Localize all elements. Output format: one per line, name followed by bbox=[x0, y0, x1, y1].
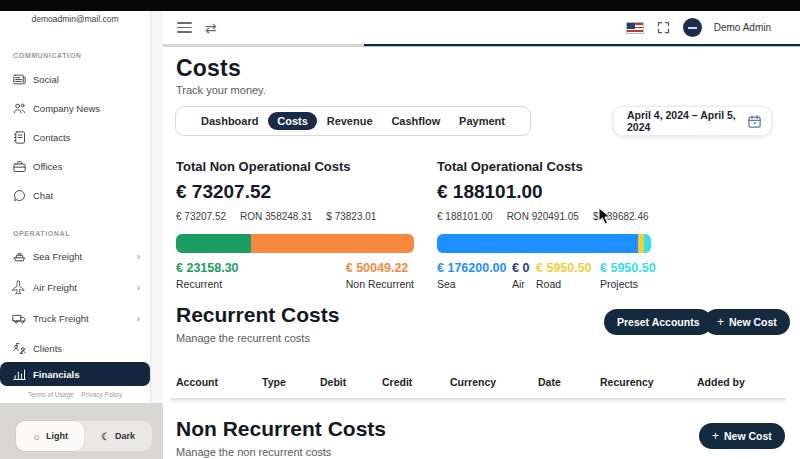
segment-label: Sea bbox=[437, 278, 512, 290]
sidebar-item-financials[interactable]: Financials bbox=[0, 362, 150, 386]
people-group-icon bbox=[12, 101, 27, 116]
card-title: Total Non Operational Costs bbox=[176, 159, 414, 174]
segment-label: Air bbox=[512, 278, 536, 290]
segment-value: € 50049.22 bbox=[346, 261, 414, 275]
ship-icon bbox=[12, 249, 27, 264]
sidebar-item-air-freight[interactable]: Air Freight › bbox=[0, 275, 150, 299]
theme-light-button[interactable]: ☼ Light bbox=[16, 421, 84, 451]
tab-cashflow[interactable]: Cashflow bbox=[382, 112, 449, 130]
segment-value: € 176200.00 bbox=[437, 261, 512, 275]
preset-accounts-button[interactable]: Preset Accounts bbox=[604, 309, 712, 335]
cost-split-bar bbox=[437, 234, 651, 253]
conversion-usd: $ 73823.01 bbox=[326, 211, 376, 222]
chevron-right-icon: › bbox=[137, 251, 140, 262]
truck-icon bbox=[12, 311, 27, 326]
tab-bar: Dashboard Costs Revenue Cashflow Payment bbox=[175, 106, 531, 136]
cost-split-bar bbox=[176, 234, 414, 253]
column-header-date: Date bbox=[538, 376, 600, 388]
new-cost-button-non-recurrent[interactable]: + New Cost bbox=[699, 423, 785, 449]
card-conversions: € 188101.00 RON 920491.05 $ 189682.46 bbox=[437, 211, 651, 222]
segment-air: € 0 Air bbox=[512, 261, 536, 290]
chevron-right-icon: › bbox=[137, 282, 140, 293]
non-recurrent-costs-subtitle: Manage the non recurrent costs bbox=[176, 446, 331, 458]
segment-value: € 5950.50 bbox=[536, 261, 600, 275]
date-range-value: April 4, 2024 – April 5, 2024 bbox=[627, 109, 747, 133]
section-divider bbox=[170, 398, 786, 400]
us-flag-icon[interactable] bbox=[626, 22, 644, 34]
column-header-account: Account bbox=[176, 376, 262, 388]
tab-payment[interactable]: Payment bbox=[450, 112, 514, 130]
preset-accounts-label: Preset Accounts bbox=[617, 316, 699, 328]
sidebar-item-contacts[interactable]: Contacts bbox=[0, 125, 150, 149]
summary-card-non-operational: Total Non Operational Costs € 73207.52 €… bbox=[176, 159, 414, 290]
column-header-credit: Credit bbox=[382, 376, 450, 388]
non-recurrent-costs-title: Non Recurrent Costs bbox=[176, 417, 386, 441]
app-screen: Demo Admin demoadmin@mail.com COMMUNICAT… bbox=[0, 0, 800, 459]
date-range-picker[interactable]: April 4, 2024 – April 5, 2024 bbox=[613, 106, 772, 136]
sun-icon: ☼ bbox=[32, 431, 41, 442]
terms-link[interactable]: Terms of Usage bbox=[28, 391, 74, 398]
progress-line-navy bbox=[364, 44, 800, 47]
theme-dark-button[interactable]: ☾ Dark bbox=[84, 421, 152, 451]
summary-card-operational: Total Operational Costs € 188101.00 € 18… bbox=[437, 159, 651, 290]
plus-icon: + bbox=[717, 315, 724, 329]
hamburger-menu-icon[interactable] bbox=[177, 22, 192, 33]
sidebar-item-label: Contacts bbox=[33, 132, 71, 143]
moon-icon: ☾ bbox=[101, 431, 110, 442]
segment-label: Recurrent bbox=[176, 278, 239, 290]
segment-value: € 23158.30 bbox=[176, 261, 239, 275]
segment-value: € 5950.50 bbox=[600, 261, 656, 275]
bar-segment-projects bbox=[644, 234, 651, 253]
new-cost-label: New Cost bbox=[724, 430, 772, 442]
swap-arrows-icon[interactable]: ⇄ bbox=[205, 21, 217, 35]
column-header-debit: Debit bbox=[320, 376, 382, 388]
sidebar-item-offices[interactable]: Offices bbox=[0, 154, 150, 178]
sidebar-item-label: Truck Freight bbox=[33, 313, 89, 324]
chat-bubble-icon bbox=[12, 188, 27, 203]
avatar[interactable] bbox=[683, 18, 702, 37]
sidebar-item-label: Offices bbox=[33, 161, 62, 172]
theme-dark-label: Dark bbox=[115, 431, 135, 441]
tab-revenue[interactable]: Revenue bbox=[318, 112, 382, 130]
new-cost-button[interactable]: + New Cost bbox=[704, 309, 790, 335]
column-header-added-by: Added by bbox=[697, 376, 786, 388]
segment-sea: € 176200.00 Sea bbox=[437, 261, 512, 290]
segment-legend: € 176200.00 Sea € 0 Air € 5950.50 Road €… bbox=[437, 261, 651, 290]
card-title: Total Operational Costs bbox=[437, 159, 651, 174]
column-header-currency: Currency bbox=[450, 376, 538, 388]
segment-value: € 0 bbox=[512, 261, 536, 275]
progress-line-gray bbox=[163, 44, 364, 47]
recurrent-costs-subtitle: Manage the recurrent costs bbox=[176, 332, 310, 344]
top-black-bar bbox=[0, 0, 800, 11]
segment-recurrent: € 23158.30 Recurrent bbox=[176, 261, 239, 290]
column-header-type: Type bbox=[262, 376, 320, 388]
tab-costs[interactable]: Costs bbox=[268, 112, 317, 130]
toolbar-right-group: Demo Admin bbox=[626, 18, 771, 37]
plus-icon: + bbox=[712, 429, 719, 443]
segment-label: Road bbox=[536, 278, 600, 290]
page-subtitle: Track your money. bbox=[176, 84, 266, 96]
card-total: € 73207.52 bbox=[176, 181, 414, 203]
plane-icon bbox=[12, 280, 27, 295]
column-header-recurency: Recurency bbox=[600, 376, 697, 388]
segment-label: Non Recurrent bbox=[346, 278, 414, 290]
sidebar-item-truck-freight[interactable]: Truck Freight › bbox=[0, 306, 150, 330]
sidebar-item-chat[interactable]: Chat bbox=[0, 183, 150, 207]
segment-non-recurrent: € 50049.22 Non Recurrent bbox=[346, 261, 414, 290]
sidebar-gutter bbox=[150, 0, 163, 403]
privacy-link[interactable]: Privacy Policy bbox=[81, 391, 121, 398]
fullscreen-icon[interactable] bbox=[656, 20, 671, 35]
sidebar-item-social[interactable]: Social bbox=[0, 67, 150, 91]
sidebar-item-label: Social bbox=[33, 74, 59, 85]
sidebar-item-sea-freight[interactable]: Sea Freight › bbox=[0, 244, 150, 268]
sidebar-item-label: Sea Freight bbox=[33, 251, 82, 262]
sidebar-item-label: Chat bbox=[33, 190, 53, 201]
bar-segment-recurrent bbox=[176, 234, 251, 253]
bar-chart-icon bbox=[12, 367, 27, 382]
tab-dashboard[interactable]: Dashboard bbox=[192, 112, 267, 130]
segment-label: Projects bbox=[600, 278, 656, 290]
sidebar-item-clients[interactable]: Clients bbox=[0, 336, 150, 360]
sidebar-item-company-news[interactable]: Company News bbox=[0, 96, 150, 120]
sidebar-user-email: demoadmin@mail.com bbox=[0, 14, 150, 24]
bar-segment-non-recurrent bbox=[251, 234, 414, 253]
